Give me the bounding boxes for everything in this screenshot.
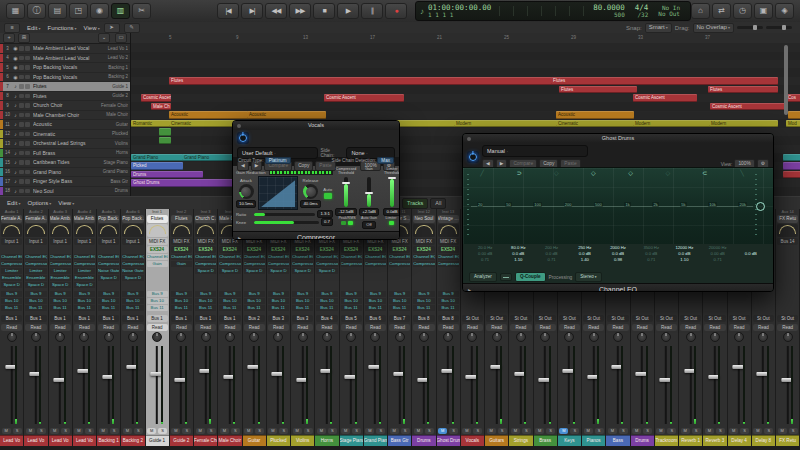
mute-button[interactable]: M [220, 428, 229, 434]
channel-name-label[interactable]: Bass Gtr [388, 435, 411, 446]
pan-knob[interactable] [492, 332, 502, 342]
eq-thumbnail[interactable] [438, 224, 459, 237]
channel-strip[interactable]: Inst 6Cinemati…MIDI FXEXS24Channel EQCom… [267, 209, 291, 450]
automation-mode-button[interactable]: Read [535, 324, 556, 331]
channel-strip[interactable]: Audio 2Female A…Input 1Channel EQCompres… [24, 209, 48, 450]
channel-strip[interactable]: Audio 3Male Amb…Input 1Channel EQCompres… [49, 209, 73, 450]
send-slot[interactable]: Bus 11 [316, 305, 337, 311]
automation-mode-button[interactable]: Read [510, 324, 531, 331]
instrument-slot[interactable]: EXS24 [171, 246, 192, 253]
channel-setting-button[interactable]: Flutes [147, 215, 168, 223]
channel-name-label[interactable]: Grand Piano [364, 435, 387, 446]
peak-button[interactable] [341, 221, 346, 225]
send-slot[interactable]: Bus 10 [413, 298, 434, 304]
input-slot[interactable]: MIDI FX [195, 238, 216, 245]
fx-slot[interactable]: Channel EQ [147, 254, 168, 260]
channel-setting-button[interactable]: Male Amb… [50, 215, 71, 223]
region[interactable]: Flutes [169, 77, 552, 85]
track-header-row[interactable]: 18♪Neo SoulDrums [0, 187, 130, 197]
send-slot[interactable]: Bus 9 [219, 291, 240, 297]
fx-slot[interactable]: Compressor [268, 261, 289, 267]
fx-slot[interactable]: Ensemble [25, 275, 46, 281]
solo-button[interactable]: S [376, 428, 385, 434]
send-slot[interactable]: Bus 9 [292, 291, 313, 297]
mute-button[interactable] [19, 103, 24, 108]
fx-slot[interactable]: Compressor [74, 261, 95, 267]
solo-button[interactable]: S [764, 428, 773, 434]
solo-button[interactable] [25, 75, 30, 80]
mute-button[interactable]: M [293, 428, 302, 434]
channel-strip[interactable]: Audio 5Pop Back…Input 1Channel EQCompres… [97, 209, 121, 450]
quick-help-icon[interactable]: ▤ [48, 3, 67, 19]
fx-slot[interactable]: Space D [316, 268, 337, 274]
channel-name-label[interactable]: Guide 2 [170, 435, 193, 446]
eq-band-column[interactable]: 12000 Hz0.0 dB1.10 [668, 245, 700, 271]
mixer-menu-edit[interactable]: Edit [7, 200, 20, 206]
region[interactable]: Romantic [131, 120, 171, 128]
eq-band-icon[interactable]: ◇ [663, 169, 673, 176]
automation-mode-button[interactable]: Read [1, 324, 22, 331]
mute-button[interactable]: M [147, 428, 156, 434]
send-slot[interactable]: Bus 11 [365, 305, 386, 311]
track-header-row[interactable]: 15♪Caribbean TidesStage Piano [0, 158, 130, 168]
eq-band-column[interactable]: 250 Hz0.0 dB1.40 [569, 245, 601, 271]
pan-knob[interactable] [79, 332, 89, 342]
instrument-slot[interactable]: EXS24 [195, 246, 216, 253]
input-slot[interactable]: MIDI FX [171, 238, 192, 245]
send-slot[interactable]: Bus 10 [316, 298, 337, 304]
mute-button[interactable]: M [365, 428, 374, 434]
region[interactable]: Cosmic Ascent [141, 94, 171, 102]
send-slot[interactable]: Bus 10 [98, 298, 119, 304]
solo-button[interactable] [25, 56, 30, 61]
automation-mode-button[interactable]: Read [147, 324, 168, 331]
send-slot[interactable]: Bus 10 [268, 298, 289, 304]
fx-slot[interactable]: Channel EQ [244, 254, 265, 260]
preset-select[interactable]: Manual [482, 145, 588, 157]
output-slot[interactable]: St Out [656, 315, 677, 322]
channel-name-label[interactable]: Lead Vo [73, 435, 96, 446]
channel-name-label[interactable]: Reverb 3 [703, 435, 726, 446]
pencil-tool-icon[interactable]: ✎ [124, 23, 140, 33]
automation-mode-button[interactable]: Read [316, 324, 337, 331]
solo-button[interactable] [25, 151, 30, 156]
send-slot[interactable]: Bus 11 [292, 305, 313, 311]
send-slot[interactable]: Bus 10 [365, 298, 386, 304]
channel-name-label[interactable]: Female Choir [194, 435, 217, 446]
channel-setting-button[interactable]: Female A… [25, 215, 46, 223]
fx-slot[interactable]: Channel EQ [389, 254, 410, 260]
instrument-slot[interactable]: EXS24 [389, 246, 410, 253]
mute-button[interactable] [19, 113, 24, 118]
pan-knob[interactable] [225, 332, 235, 342]
region[interactable]: Cosmic Ascent [324, 94, 404, 102]
fx-slot[interactable]: Compressor [195, 261, 216, 267]
fx-slot[interactable]: Channel EQ [50, 254, 71, 260]
pan-knob[interactable] [686, 332, 696, 342]
automation-mode-button[interactable]: Read [680, 324, 701, 331]
mute-button[interactable] [19, 179, 24, 184]
solo-button[interactable] [25, 94, 30, 99]
solo-button[interactable]: S [570, 428, 579, 434]
master-icon[interactable]: ◈ [775, 3, 794, 19]
channel-setting-button[interactable]: Flutes [171, 215, 192, 223]
h-zoom-slider[interactable] [737, 26, 763, 29]
pan-knob[interactable] [758, 332, 768, 342]
mute-button[interactable] [19, 65, 24, 70]
mute-button[interactable]: M [608, 428, 617, 434]
send-slot[interactable]: Bus 10 [244, 298, 265, 304]
mute-button[interactable]: M [414, 428, 423, 434]
mute-button[interactable]: M [317, 428, 326, 434]
analyzer-button[interactable]: Analyzer [469, 272, 497, 282]
pan-knob[interactable] [661, 332, 671, 342]
eq-graph[interactable]: ╱⊃◇◇◇◇⊂╲ 20501002005001k2k5k10k20k [463, 167, 773, 244]
input-slot[interactable]: Bus 14 [777, 238, 798, 245]
send-slot[interactable]: Bus 9 [98, 291, 119, 297]
fx-slot[interactable]: Channel EQ [268, 254, 289, 260]
attack-value[interactable]: 10.5ms [236, 200, 256, 208]
fx-slot[interactable]: Channel EQ [98, 254, 119, 260]
mute-button[interactable]: M [171, 428, 180, 434]
record-button[interactable]: ● [385, 3, 407, 19]
output-slot[interactable]: Bus 1 [195, 315, 216, 322]
v-zoom-slider[interactable] [766, 26, 792, 29]
input-slot[interactable]: Input 1 [98, 238, 119, 245]
fx-slot[interactable]: Compressor [219, 261, 240, 267]
